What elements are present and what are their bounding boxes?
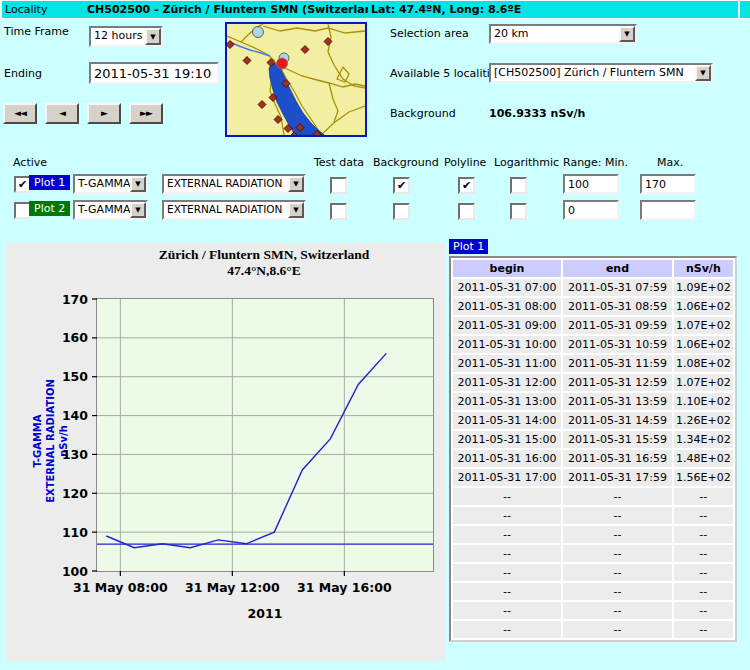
x-tick-label: 31 May 16:00 <box>297 580 392 595</box>
topbar-spacer-cell <box>740 1 750 18</box>
table-row: ------ <box>453 602 733 619</box>
plot2-logarithmic-checkbox[interactable] <box>510 203 527 220</box>
lat-long-value: Lat: 47.4ºN, Long: 8.6ºE <box>368 1 738 18</box>
table-row: 2011-05-31 13:002011-05-31 13:591.10E+02 <box>453 393 733 410</box>
chart-plot-svg: 10011012013014015016017031 May 08:0031 M… <box>96 298 434 572</box>
background-header: Background <box>373 156 439 169</box>
y-tick-label: 130 <box>62 447 88 462</box>
table-row: 2011-05-31 17:002011-05-31 17:591.56E+02 <box>453 469 733 486</box>
polyline-header: Polyline <box>444 156 486 169</box>
chevron-down-icon[interactable]: ▼ <box>288 202 304 218</box>
table-title: Plot 1 <box>449 239 488 254</box>
y-tick-label: 170 <box>62 292 88 307</box>
chart-panel: Zürich / Fluntern SMN, Switzerland 47.4°… <box>6 243 445 661</box>
y-tick-label: 140 <box>62 408 88 423</box>
table-header-row: begin end nSv/h <box>453 260 733 277</box>
nav-first-button[interactable]: ◄◄ <box>3 103 37 124</box>
nav-next-button[interactable]: ► <box>87 103 121 124</box>
plot1-background-checkbox[interactable] <box>393 177 410 194</box>
radiation-monitor-window: Locality CH502500 - Zürich / Fluntern SM… <box>0 0 750 670</box>
table-row: ------ <box>453 545 733 562</box>
plot2-quantity-select[interactable]: EXTERNAL RADIATION ▼ <box>162 200 306 220</box>
nav-prev-button[interactable]: ◄ <box>45 103 79 124</box>
nav-last-button[interactable]: ►► <box>129 103 163 124</box>
selection-area-select[interactable]: 20 km ▼ <box>489 24 637 44</box>
background-value: 106.9333 nSv/h <box>489 107 585 120</box>
chevron-down-icon[interactable]: ▼ <box>695 65 711 81</box>
chart-subtitle: 47.4°N,8.6°E <box>96 263 432 279</box>
table-row: 2011-05-31 08:002011-05-31 08:591.06E+02 <box>453 298 733 315</box>
y-tick-label: 110 <box>62 525 88 540</box>
locality-value: CH502500 - Zürich / Fluntern SMN (Switze… <box>84 1 368 18</box>
x-tick-label: 31 May 08:00 <box>73 580 168 595</box>
table-row: 2011-05-31 16:002011-05-31 16:591.48E+02 <box>453 450 733 467</box>
top-header-bar: Locality CH502500 - Zürich / Fluntern SM… <box>0 0 750 19</box>
plot1-polyline-checkbox[interactable] <box>458 177 475 194</box>
plot1-range-min-input[interactable] <box>563 174 619 194</box>
y-axis-label-line1: T-GAMMA <box>31 356 44 526</box>
plot1-range-max-input[interactable] <box>640 174 696 194</box>
column-header-end: end <box>563 260 672 277</box>
plot1-test-data-checkbox[interactable] <box>330 177 347 194</box>
time-frame-select[interactable]: 12 hours ▼ <box>89 26 163 47</box>
plot1-table-body: 2011-05-31 07:002011-05-31 07:591.09E+02… <box>453 279 733 638</box>
locality-label: Locality <box>2 1 84 18</box>
plot1-quantity-value: EXTERNAL RADIATION <box>164 176 288 192</box>
chevron-down-icon[interactable]: ▼ <box>288 176 304 192</box>
active-label: Active <box>13 156 47 169</box>
table-row: 2011-05-31 10:002011-05-31 10:591.06E+02 <box>453 336 733 353</box>
chevron-down-icon[interactable]: ▼ <box>130 176 146 192</box>
plot1-sensor-select[interactable]: T-GAMMA ▼ <box>73 174 148 194</box>
selection-area-value: 20 km <box>491 26 619 42</box>
plot2-test-data-checkbox[interactable] <box>330 203 347 220</box>
chevron-down-icon[interactable]: ▼ <box>145 28 161 45</box>
plot2-quantity-value: EXTERNAL RADIATION <box>164 202 288 218</box>
chevron-down-icon[interactable]: ▼ <box>130 202 146 218</box>
plot2-range-min-input[interactable] <box>563 200 619 220</box>
background-label: Background <box>390 107 456 120</box>
locality-map[interactable] <box>225 22 367 137</box>
plot2-polyline-checkbox[interactable] <box>458 203 475 220</box>
test-data-header: Test data <box>314 156 364 169</box>
plot1-sensor-value: T-GAMMA <box>75 176 130 192</box>
localities-value: [CH502500] Zürich / Fluntern SMN <box>491 65 695 81</box>
max-header: Max. <box>657 156 683 169</box>
plot1-data-table: begin end nSv/h 2011-05-31 07:002011-05-… <box>449 256 737 642</box>
y-tick-label: 100 <box>62 564 88 579</box>
table-row: 2011-05-31 12:002011-05-31 12:591.07E+02 <box>453 374 733 391</box>
city-marker-icon <box>253 27 264 38</box>
y-axis-label-line2: EXTERNAL RADIATION <box>44 356 57 526</box>
chevron-down-icon[interactable]: ▼ <box>619 26 635 42</box>
table-row: 2011-05-31 11:002011-05-31 11:591.08E+02 <box>453 355 733 372</box>
ending-input[interactable] <box>89 62 219 84</box>
table-row: 2011-05-31 07:002011-05-31 07:591.09E+02 <box>453 279 733 296</box>
plot2-label: Plot 2 <box>29 201 70 216</box>
localities-label: Available 5 localities <box>390 67 502 80</box>
time-frame-value: 12 hours <box>91 28 145 45</box>
selection-area-label: Selection area <box>390 27 469 40</box>
chart-title: Zürich / Fluntern SMN, Switzerland <box>96 247 432 263</box>
plot2-sensor-select[interactable]: T-GAMMA ▼ <box>73 200 148 220</box>
table-row: ------ <box>453 621 733 638</box>
locality-map-image <box>227 24 365 135</box>
plot2-background-checkbox[interactable] <box>393 203 410 220</box>
logarithmic-header: Logarithmic <box>494 156 559 169</box>
localities-select[interactable]: [CH502500] Zürich / Fluntern SMN ▼ <box>489 63 713 83</box>
x-axis-year-label: 2011 <box>248 606 283 621</box>
y-tick-label: 150 <box>62 369 88 384</box>
table-row: ------ <box>453 583 733 600</box>
y-tick-label: 120 <box>62 486 88 501</box>
table-row: 2011-05-31 14:002011-05-31 14:591.26E+02 <box>453 412 733 429</box>
plot1-logarithmic-checkbox[interactable] <box>510 177 527 194</box>
time-frame-label: Time Frame <box>4 25 69 38</box>
plot2-range-max-input[interactable] <box>640 200 696 220</box>
ending-label: Ending <box>4 67 42 80</box>
x-tick-label: 31 May 12:00 <box>185 580 280 595</box>
table-row: ------ <box>453 507 733 524</box>
range-min-header: Range: Min. <box>563 156 628 169</box>
y-tick-label: 160 <box>62 330 88 345</box>
table-row: 2011-05-31 09:002011-05-31 09:591.07E+02 <box>453 317 733 334</box>
table-row: ------ <box>453 564 733 581</box>
column-header-begin: begin <box>453 260 561 277</box>
plot1-quantity-select[interactable]: EXTERNAL RADIATION ▼ <box>162 174 306 194</box>
